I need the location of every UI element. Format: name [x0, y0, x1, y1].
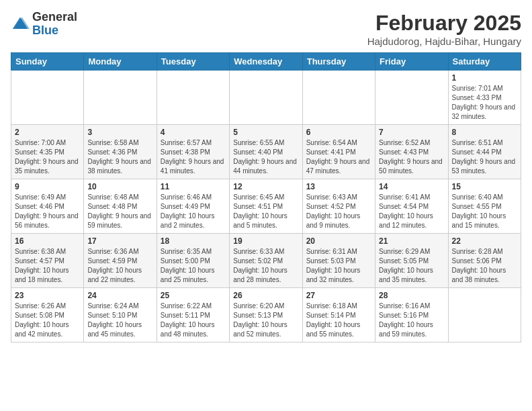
day-number: 9 — [15, 182, 80, 191]
day-info: Sunrise: 6:35 AM Sunset: 5:00 PM Dayligh… — [161, 247, 226, 285]
calendar-cell — [302, 71, 375, 125]
day-info: Sunrise: 6:48 AM Sunset: 4:48 PM Dayligh… — [87, 193, 152, 230]
calendar-cell: 22Sunrise: 6:28 AM Sunset: 5:06 PM Dayli… — [448, 234, 521, 288]
logo: General Blue — [11, 11, 77, 38]
day-number: 5 — [233, 128, 298, 137]
weekday-header-sunday: Sunday — [11, 53, 84, 71]
calendar-cell: 18Sunrise: 6:35 AM Sunset: 5:00 PM Dayli… — [157, 234, 229, 288]
day-info: Sunrise: 6:33 AM Sunset: 5:02 PM Dayligh… — [233, 247, 298, 285]
week-row-2: 2Sunrise: 7:00 AM Sunset: 4:35 PM Daylig… — [11, 125, 521, 179]
day-number: 8 — [452, 128, 517, 137]
day-number: 17 — [87, 236, 152, 246]
location-title: Hajdudorog, Hajdu-Bihar, Hungary — [367, 36, 521, 47]
day-number: 16 — [15, 236, 80, 246]
calendar-cell: 2Sunrise: 7:00 AM Sunset: 4:35 PM Daylig… — [11, 125, 84, 179]
weekday-header-thursday: Thursday — [302, 53, 375, 71]
title-block: February 2025 Hajdudorog, Hajdu-Bihar, H… — [367, 11, 521, 47]
day-number: 13 — [306, 182, 371, 191]
day-number: 10 — [87, 182, 152, 191]
day-number: 14 — [379, 182, 444, 191]
calendar-cell — [84, 71, 157, 125]
calendar-cell — [448, 288, 521, 342]
day-number: 11 — [161, 182, 226, 191]
day-number: 12 — [233, 182, 298, 191]
calendar-cell — [157, 71, 229, 125]
day-info: Sunrise: 6:16 AM Sunset: 5:16 PM Dayligh… — [379, 302, 444, 339]
day-number: 15 — [452, 182, 517, 191]
day-number: 22 — [452, 236, 517, 246]
day-info: Sunrise: 6:40 AM Sunset: 4:55 PM Dayligh… — [452, 193, 517, 230]
logo-text: General Blue — [32, 11, 77, 38]
day-number: 20 — [306, 236, 371, 246]
calendar-cell: 23Sunrise: 6:26 AM Sunset: 5:08 PM Dayli… — [11, 288, 84, 342]
calendar-cell: 5Sunrise: 6:55 AM Sunset: 4:40 PM Daylig… — [230, 125, 302, 179]
day-number: 25 — [161, 291, 226, 300]
calendar-cell — [230, 71, 302, 125]
day-info: Sunrise: 6:55 AM Sunset: 4:40 PM Dayligh… — [233, 138, 298, 176]
logo-icon — [11, 15, 30, 34]
day-number: 7 — [379, 128, 444, 137]
day-info: Sunrise: 6:28 AM Sunset: 5:06 PM Dayligh… — [452, 247, 517, 285]
day-info: Sunrise: 6:36 AM Sunset: 4:59 PM Dayligh… — [87, 247, 152, 285]
week-row-1: 1Sunrise: 7:01 AM Sunset: 4:33 PM Daylig… — [11, 71, 521, 125]
week-row-3: 9Sunrise: 6:49 AM Sunset: 4:46 PM Daylig… — [11, 179, 521, 234]
day-info: Sunrise: 6:20 AM Sunset: 5:13 PM Dayligh… — [233, 302, 298, 339]
week-row-5: 23Sunrise: 6:26 AM Sunset: 5:08 PM Dayli… — [11, 288, 521, 342]
weekday-header-tuesday: Tuesday — [157, 53, 229, 71]
day-info: Sunrise: 6:58 AM Sunset: 4:36 PM Dayligh… — [87, 138, 152, 176]
calendar-cell: 11Sunrise: 6:46 AM Sunset: 4:49 PM Dayli… — [157, 179, 229, 234]
day-number: 21 — [379, 236, 444, 246]
calendar-cell: 8Sunrise: 6:51 AM Sunset: 4:44 PM Daylig… — [448, 125, 521, 179]
calendar-cell: 4Sunrise: 6:57 AM Sunset: 4:38 PM Daylig… — [157, 125, 229, 179]
day-info: Sunrise: 6:43 AM Sunset: 4:52 PM Dayligh… — [306, 193, 371, 230]
calendar-table: SundayMondayTuesdayWednesdayThursdayFrid… — [11, 52, 521, 342]
day-number: 19 — [233, 236, 298, 246]
day-number: 24 — [87, 291, 152, 300]
weekday-header-wednesday: Wednesday — [230, 53, 302, 71]
calendar-cell: 27Sunrise: 6:18 AM Sunset: 5:14 PM Dayli… — [302, 288, 375, 342]
calendar-cell: 17Sunrise: 6:36 AM Sunset: 4:59 PM Dayli… — [84, 234, 157, 288]
day-number: 27 — [306, 291, 371, 300]
day-number: 4 — [161, 128, 226, 137]
day-info: Sunrise: 6:41 AM Sunset: 4:54 PM Dayligh… — [379, 193, 444, 230]
day-info: Sunrise: 6:45 AM Sunset: 4:51 PM Dayligh… — [233, 193, 298, 230]
calendar-cell: 10Sunrise: 6:48 AM Sunset: 4:48 PM Dayli… — [84, 179, 157, 234]
calendar-cell: 24Sunrise: 6:24 AM Sunset: 5:10 PM Dayli… — [84, 288, 157, 342]
day-info: Sunrise: 7:01 AM Sunset: 4:33 PM Dayligh… — [452, 84, 517, 122]
calendar-cell: 21Sunrise: 6:29 AM Sunset: 5:05 PM Dayli… — [375, 234, 448, 288]
day-info: Sunrise: 7:00 AM Sunset: 4:35 PM Dayligh… — [15, 138, 80, 176]
calendar-cell: 20Sunrise: 6:31 AM Sunset: 5:03 PM Dayli… — [302, 234, 375, 288]
calendar-cell: 9Sunrise: 6:49 AM Sunset: 4:46 PM Daylig… — [11, 179, 84, 234]
calendar-cell: 7Sunrise: 6:52 AM Sunset: 4:43 PM Daylig… — [375, 125, 448, 179]
calendar-cell: 25Sunrise: 6:22 AM Sunset: 5:11 PM Dayli… — [157, 288, 229, 342]
day-info: Sunrise: 6:29 AM Sunset: 5:05 PM Dayligh… — [379, 247, 444, 285]
day-info: Sunrise: 6:38 AM Sunset: 4:57 PM Dayligh… — [15, 247, 80, 285]
calendar-cell — [375, 71, 448, 125]
calendar-cell: 15Sunrise: 6:40 AM Sunset: 4:55 PM Dayli… — [448, 179, 521, 234]
day-info: Sunrise: 6:54 AM Sunset: 4:41 PM Dayligh… — [306, 138, 371, 176]
day-info: Sunrise: 6:31 AM Sunset: 5:03 PM Dayligh… — [306, 247, 371, 285]
day-number: 18 — [161, 236, 226, 246]
day-info: Sunrise: 6:22 AM Sunset: 5:11 PM Dayligh… — [161, 302, 226, 339]
day-number: 6 — [306, 128, 371, 137]
day-number: 26 — [233, 291, 298, 300]
weekday-header-row: SundayMondayTuesdayWednesdayThursdayFrid… — [11, 53, 521, 71]
week-row-4: 16Sunrise: 6:38 AM Sunset: 4:57 PM Dayli… — [11, 234, 521, 288]
weekday-header-monday: Monday — [84, 53, 157, 71]
day-info: Sunrise: 6:51 AM Sunset: 4:44 PM Dayligh… — [452, 138, 517, 176]
day-info: Sunrise: 6:49 AM Sunset: 4:46 PM Dayligh… — [15, 193, 80, 230]
day-number: 1 — [452, 73, 517, 83]
weekday-header-friday: Friday — [375, 53, 448, 71]
calendar-cell — [11, 71, 84, 125]
day-info: Sunrise: 6:52 AM Sunset: 4:43 PM Dayligh… — [379, 138, 444, 176]
day-number: 28 — [379, 291, 444, 300]
day-info: Sunrise: 6:57 AM Sunset: 4:38 PM Dayligh… — [161, 138, 226, 176]
calendar-cell: 13Sunrise: 6:43 AM Sunset: 4:52 PM Dayli… — [302, 179, 375, 234]
calendar-cell: 28Sunrise: 6:16 AM Sunset: 5:16 PM Dayli… — [375, 288, 448, 342]
calendar-cell: 26Sunrise: 6:20 AM Sunset: 5:13 PM Dayli… — [230, 288, 302, 342]
page-header: General Blue February 2025 Hajdudorog, H… — [11, 11, 521, 47]
calendar-cell: 14Sunrise: 6:41 AM Sunset: 4:54 PM Dayli… — [375, 179, 448, 234]
day-number: 23 — [15, 291, 80, 300]
weekday-header-saturday: Saturday — [448, 53, 521, 71]
calendar-cell: 12Sunrise: 6:45 AM Sunset: 4:51 PM Dayli… — [230, 179, 302, 234]
